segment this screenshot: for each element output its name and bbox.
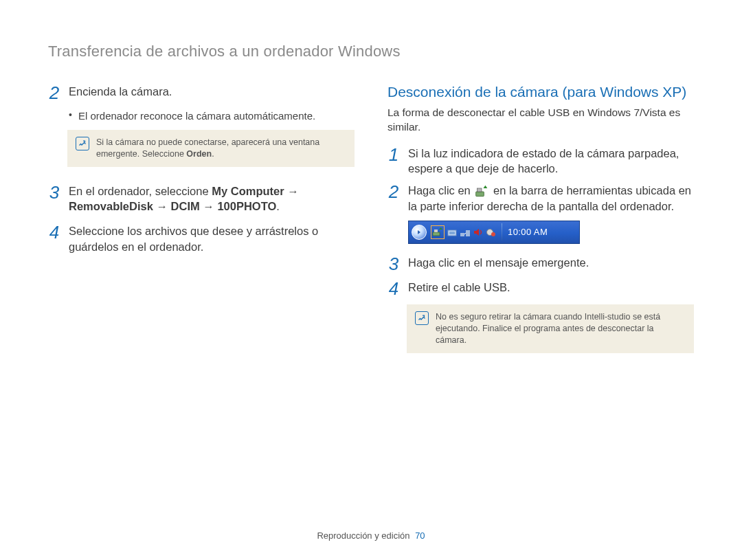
tray-icon: [447, 227, 458, 238]
note-text: Si la cámara no puede conectarse, aparec…: [96, 137, 345, 160]
note-box: No es seguro retirar la cámara cuando In…: [407, 304, 694, 353]
taskbar-screenshot: 10:00 AM: [408, 221, 580, 244]
svg-rect-1: [477, 188, 482, 192]
step-text: Encienda la cámara.: [69, 84, 355, 99]
step-r4: 4 Retire el cable USB.: [387, 280, 694, 298]
step-number: 4: [387, 280, 400, 298]
step-text: Si la luz indicadora de estado de la cám…: [408, 146, 694, 177]
note-icon: [415, 311, 429, 325]
tray-volume-icon: [473, 227, 484, 238]
right-column: Desconexión de la cámara (para Windows X…: [387, 84, 694, 370]
svg-point-10: [491, 232, 495, 236]
step-number: 3: [387, 255, 400, 273]
system-tray-icons: [429, 225, 497, 239]
step-text: Retire el cable USB.: [408, 280, 694, 295]
note-icon: [76, 137, 89, 150]
step-r3: 3 Haga clic en el mensaje emergente.: [387, 255, 694, 273]
page-header: Transferencia de archivos a un ordenador…: [48, 43, 694, 60]
step-number: 3: [48, 183, 60, 201]
step-r2: 2 Haga clic en en la barra de herramient…: [387, 183, 694, 214]
svg-rect-0: [476, 192, 484, 197]
page-footer: Reproducción y edición 70: [0, 530, 742, 541]
section-title: Desconexión de la cámara (para Windows X…: [387, 84, 694, 100]
section-intro: La forma de desconectar el cable USB en …: [387, 106, 694, 135]
step-number: 1: [387, 146, 400, 164]
step-number: 2: [387, 183, 400, 201]
step-2: 2 Encienda la cámara.: [48, 84, 355, 102]
tray-divider: [502, 223, 502, 241]
step-text: Seleccione los archivos que desee y arrá…: [69, 223, 355, 254]
svg-rect-2: [433, 232, 440, 236]
step-4: 4 Seleccione los archivos que desee y ar…: [48, 223, 355, 254]
tray-icon: [486, 227, 497, 238]
taskbar-clock: 10:00 AM: [508, 227, 548, 237]
safely-remove-hardware-icon: [475, 186, 488, 198]
left-column: 2 Encienda la cámara. El ordenador recon…: [48, 84, 355, 370]
note-box: Si la cámara no puede conectarse, aparec…: [67, 130, 355, 167]
svg-line-8: [464, 233, 466, 234]
step-number: 4: [48, 223, 60, 241]
step-text: En el ordenador, seleccione My Computer …: [69, 183, 355, 214]
highlighted-safely-remove-icon: [431, 225, 445, 239]
note-text: No es seguro retirar la cámara cuando In…: [436, 311, 684, 346]
svg-rect-5: [449, 232, 455, 234]
tray-icon: [460, 227, 471, 238]
taskbar-expand-arrow-icon: [412, 225, 427, 240]
bullet-item: El ordenador reconoce la cámara automáti…: [69, 109, 355, 123]
svg-rect-6: [460, 233, 464, 236]
svg-rect-3: [434, 229, 438, 232]
step-3: 3 En el ordenador, seleccione My Compute…: [48, 183, 355, 214]
step-text: Haga clic en en la barra de herramientas…: [408, 183, 694, 214]
step-number: 2: [48, 84, 60, 102]
svg-rect-7: [466, 230, 470, 236]
step-r1: 1 Si la luz indicadora de estado de la c…: [387, 146, 694, 177]
step-text: Haga clic en el mensaje emergente.: [408, 255, 694, 270]
